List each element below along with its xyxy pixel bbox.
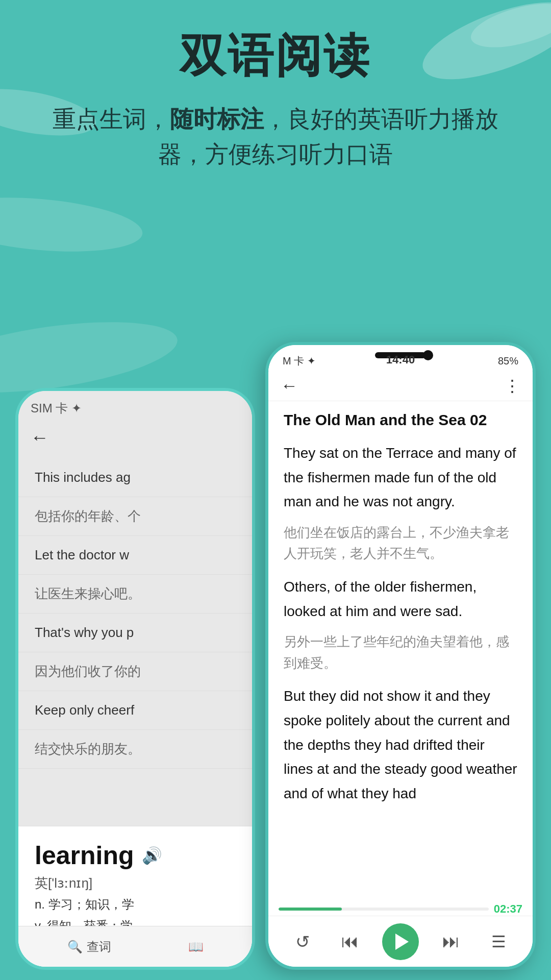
audio-progress[interactable]: 02:37 [268,902,533,916]
front-status-left: M 卡 ✦ [283,354,316,368]
camera-dot [423,350,433,360]
app-title: 双语阅读 [0,31,551,81]
back-line-8: 结交快乐的朋友。 [18,730,252,769]
progress-time: 02:37 [494,902,522,916]
para-2-english: Others, of the older fishermen, looked a… [284,575,517,623]
book-button[interactable]: 📖 [188,940,204,954]
replay-icon: ↺ [295,932,310,952]
prev-button[interactable]: ⏮ [335,926,365,957]
para-1-english: They sat on the Terrace and many of the … [284,441,517,514]
progress-fill [279,908,342,911]
front-back-arrow[interactable]: ← [281,376,298,396]
para-1-chinese: 他们坐在饭店的露台上，不少渔夫拿老人开玩笑，老人并不生气。 [284,522,517,565]
para-2-chinese: 另外一些上了些年纪的渔夫望着他，感到难受。 [284,631,517,674]
app-header: 双语阅读 重点生词，随时标注，良好的英语听力播放器，方便练习听力口语 [0,0,551,172]
back-status-text: SIM 卡 ✦ [31,400,82,416]
app-subtitle: 重点生词，随时标注，良好的英语听力播放器，方便练习听力口语 [0,102,551,172]
back-line-4: 让医生来操心吧。 [18,575,252,614]
word-def-1: n. 学习；知识，学 [35,895,236,914]
audio-controls: ↺ ⏮ ⏭ ☰ [268,916,533,967]
back-line-7: Keep only cheerf [18,691,252,730]
phone-back: SIM 卡 ✦ ← This includes ag 包括你的年龄、个 Let … [15,388,255,970]
back-line-1: This includes ag [18,458,252,497]
front-status-right: 85% [498,355,518,367]
back-nav-bar: ← [18,421,252,454]
back-line-5: That's why you p [18,614,252,652]
front-reading-content: The Old Man and the Sea 02 They sat on t… [268,401,533,911]
play-icon [395,934,409,950]
hamburger-icon: ☰ [491,932,506,951]
subtitle-part1: 重点生词， [53,106,170,132]
back-arrow-icon[interactable]: ← [31,427,49,448]
back-status-bar: SIM 卡 ✦ [18,391,252,421]
progress-track[interactable] [279,908,489,911]
back-content: This includes ag 包括你的年龄、个 Let the doctor… [18,454,252,773]
back-line-3: Let the doctor w [18,536,252,575]
phone-front: M 卡 ✦ 14:40 85% ← ⋮ The Old Man and the … [265,342,536,970]
search-label: 查词 [87,939,111,955]
svg-point-3 [0,190,145,259]
word-title: learning [35,841,134,870]
prev-icon: ⏮ [341,932,359,951]
front-more-icon[interactable]: ⋮ [504,376,520,396]
book-chapter-title: The Old Man and the Sea 02 [284,411,517,429]
book-icon: 📖 [188,940,204,954]
back-line-6: 因为他们收了你的 [18,652,252,691]
phones-container: SIM 卡 ✦ ← This includes ag 包括你的年龄、个 Let … [0,306,551,980]
search-icon: 🔍 [67,940,83,954]
back-line-2: 包括你的年龄、个 [18,497,252,536]
play-button[interactable] [382,923,419,960]
subtitle-bold: 随时标注 [170,106,264,132]
word-phonetic: 英['lɜːnɪŋ] [35,874,236,892]
front-nav-bar: ← ⋮ [268,371,533,401]
para-3-english: But they did not show it and they spoke … [284,684,517,805]
menu-button[interactable]: ☰ [483,926,514,957]
word-speaker-icon[interactable]: 🔊 [142,846,162,865]
next-icon: ⏭ [442,932,460,951]
replay-button[interactable]: ↺ [287,926,318,957]
front-status-center: 14:40 [386,353,415,366]
search-word-button[interactable]: 🔍 查词 [67,939,111,955]
next-button[interactable]: ⏭ [436,926,466,957]
back-bottom-bar: 🔍 查词 📖 [18,926,252,967]
